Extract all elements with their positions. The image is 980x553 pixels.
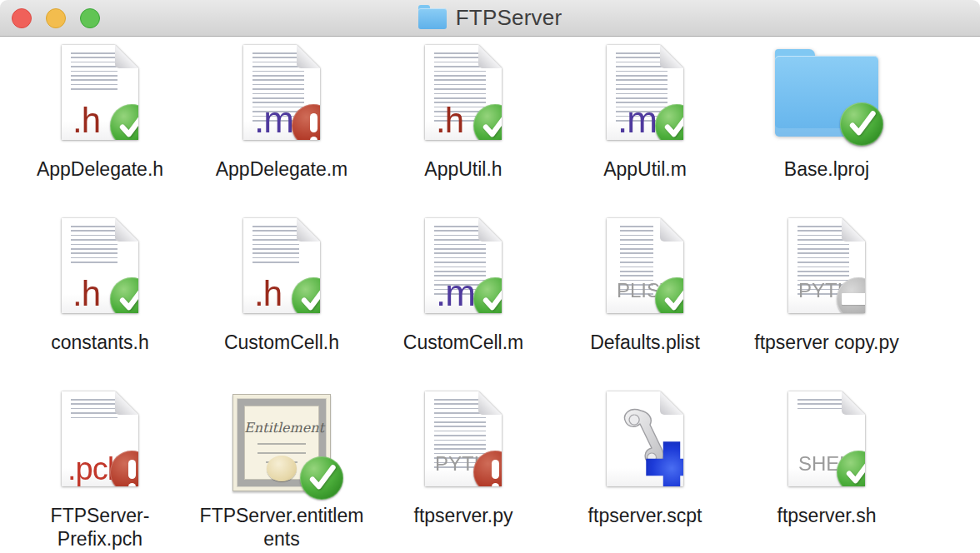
check-badge-icon (300, 456, 343, 500)
code-document-icon: .m (578, 45, 712, 147)
page-fold (115, 45, 138, 68)
code-document-icon: .m (215, 45, 348, 147)
file-item[interactable]: PYTHON ftpserver.py (372, 391, 554, 553)
file-name: ftpserver.sh (778, 504, 877, 527)
file-name: ftpserver copy.py (754, 331, 898, 354)
page-fold (660, 45, 683, 68)
file-item[interactable]: PYTHON ftpserver copy.py (736, 218, 918, 391)
file-item[interactable]: .h CustomCell.h (191, 218, 372, 391)
window-title: FTPServer (456, 5, 562, 31)
file-name: Base.lproj (784, 157, 869, 181)
exclamation-badge-icon (110, 451, 153, 494)
file-name: CustomCell.m (403, 331, 523, 354)
file-name: AppDelegate.m (216, 157, 348, 181)
check-badge-icon (110, 277, 153, 321)
exclamation-badge-icon (292, 104, 335, 147)
check-badge-icon (837, 451, 880, 494)
file-name: FTPServer.entitlements (198, 504, 366, 551)
file-item[interactable]: .pch FTPServer-Prefix.pch (9, 391, 191, 553)
zoom-button[interactable] (80, 8, 100, 28)
file-item[interactable]: .h constants.h (9, 218, 191, 391)
file-item[interactable]: .m AppUtil.m (554, 45, 736, 218)
code-document-icon: .h (33, 218, 167, 320)
code-text-decoration (71, 52, 118, 92)
file-extension-label: .h (436, 103, 463, 138)
file-extension-label: .h (72, 276, 100, 311)
code-document-icon: .h (215, 218, 348, 320)
file-item[interactable]: .h AppUtil.h (372, 45, 554, 218)
file-extension-label: .m (254, 102, 293, 138)
page-fold (842, 218, 865, 242)
page-fold (478, 218, 502, 242)
code-document-icon: .h (397, 45, 530, 147)
file-item[interactable]: PLIST Defaults.plist (554, 218, 736, 391)
code-text-decoration (252, 226, 299, 266)
exclamation-badge-icon (473, 451, 517, 494)
window-title-group: FTPServer (418, 5, 562, 31)
check-badge-icon (292, 277, 335, 321)
page-fold (297, 45, 320, 68)
folder-icon (760, 45, 893, 147)
code-document-icon: SHELL (760, 391, 893, 493)
code-document-icon: .pch (33, 391, 167, 493)
page-fold (115, 391, 138, 415)
check-badge-icon (473, 104, 517, 147)
file-name: AppUtil.h (424, 157, 502, 181)
page-fold (478, 45, 502, 68)
page-fold (660, 218, 683, 242)
certificate-title: Entitlement (244, 420, 319, 436)
file-name: constants.h (51, 331, 149, 354)
code-document-icon: .h (33, 45, 167, 147)
minimize-button[interactable] (46, 8, 66, 28)
file-name: ftpserver.py (414, 504, 513, 527)
file-extension-label: .m (618, 102, 657, 138)
page-fold (297, 218, 320, 242)
page-fold (478, 391, 502, 415)
window-titlebar[interactable]: FTPServer (0, 0, 980, 37)
check-badge-icon (473, 277, 517, 321)
file-item[interactable]: .h AppDelegate.h (9, 45, 191, 218)
minus-badge-icon (837, 277, 880, 321)
code-document-icon: PYTHON (397, 391, 530, 493)
file-extension-label: .h (254, 276, 282, 311)
file-item[interactable]: Base.lproj (736, 45, 918, 218)
file-item[interactable]: Entitlement FTPServer.entitlements (191, 391, 372, 553)
file-item[interactable]: SHELL ftpserver.sh (736, 391, 918, 553)
check-badge-icon (655, 277, 698, 321)
code-document-icon: PLIST (578, 218, 712, 320)
file-name: Defaults.plist (590, 331, 700, 354)
close-button[interactable] (12, 8, 32, 28)
file-extension-label: .m (436, 275, 475, 311)
file-item[interactable]: .m AppDelegate.m (191, 45, 372, 218)
certificate-seal (267, 456, 297, 481)
file-name: FTPServer-Prefix.pch (16, 504, 184, 551)
page-fold (842, 391, 865, 415)
file-grid: .h AppDelegate.h .m AppDelegate.m (0, 37, 980, 553)
file-name: AppUtil.m (603, 157, 687, 181)
file-extension-label: .h (72, 103, 100, 138)
file-item[interactable]: .m CustomCell.m (372, 218, 554, 391)
file-name: ftpserver.scpt (588, 504, 702, 527)
check-badge-icon (110, 104, 153, 147)
code-text-decoration (71, 226, 118, 266)
code-document-icon: PYTHON (760, 218, 893, 320)
file-name: AppDelegate.h (37, 157, 163, 181)
applescript-document-icon (578, 391, 712, 493)
folder-icon (418, 8, 447, 29)
window-controls (12, 0, 100, 37)
code-text-decoration (798, 399, 844, 411)
code-document-icon: .m (397, 218, 530, 320)
check-badge-icon (655, 104, 698, 147)
code-text-decoration (71, 399, 118, 421)
file-name: CustomCell.h (224, 331, 339, 354)
file-item[interactable]: ftpserver.scpt (554, 391, 736, 553)
check-badge-icon (840, 102, 883, 146)
page-fold (115, 218, 138, 242)
certificate-icon: Entitlement (215, 391, 348, 493)
